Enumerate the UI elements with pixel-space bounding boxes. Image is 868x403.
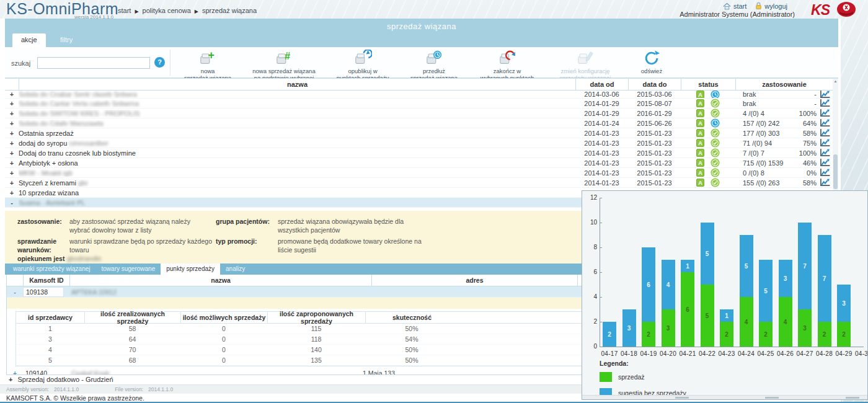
col-adres[interactable]: adres [371, 275, 577, 286]
tab-analizy[interactable]: analizy [220, 264, 250, 275]
breadcrumb-item[interactable]: sprzedaż wiązana [202, 7, 257, 14]
help-icon[interactable]: ? [154, 57, 165, 68]
end-in-selected-points-button[interactable]: zakończ w wybranych punktach [469, 48, 546, 81]
bar-segment: 1 [681, 260, 694, 272]
seller-row[interactable]: 470014050% [16, 345, 585, 355]
row-usage: 71 /(0) 94 [735, 140, 772, 147]
col-nazwa[interactable]: nazwa [19, 79, 575, 90]
home-link[interactable]: start [723, 2, 746, 10]
row-collapse-control[interactable]: - [7, 288, 23, 296]
seller-proposed: 115 [267, 325, 365, 332]
row-expander[interactable]: + [5, 179, 19, 187]
row-expander[interactable]: + [5, 149, 19, 157]
col-id-sprzedawcy[interactable]: id sprzedawcy [16, 312, 84, 323]
chart-scrollbar[interactable] [582, 395, 867, 399]
scroll-up-icon[interactable]: ▲ [833, 79, 838, 84]
row-expander[interactable]: + [5, 189, 19, 197]
row-name-redacted: cimrosantber [69, 140, 108, 147]
table-row[interactable]: +dodaj do syropu cimrosantber2014-01-232… [5, 138, 838, 148]
col-zrealizowane[interactable]: ilość zrealizowanych sprzedaży [84, 312, 180, 323]
col-data-od[interactable]: data od [575, 79, 628, 90]
seller-row[interactable]: 364011854% [16, 334, 585, 345]
button-label: przedłuż [399, 68, 469, 74]
legend-label: sprzedaż [618, 373, 645, 381]
y-tick-label: 10 [582, 219, 597, 226]
refresh-button[interactable]: odśwież [625, 48, 678, 74]
col-skutecznosc[interactable]: skuteczność [365, 312, 458, 323]
col-status[interactable]: status [681, 79, 735, 90]
row-expander[interactable]: + [9, 376, 12, 384]
col-nazwa[interactable]: nazwa [69, 275, 371, 286]
breadcrumb-item[interactable]: start [118, 7, 131, 14]
row-chart-icon[interactable] [818, 91, 831, 99]
status-ok-icon [711, 108, 720, 118]
status-pending-icon [711, 91, 720, 99]
row-date-from: 2014-01-29 [575, 100, 628, 107]
breadcrumb-item[interactable]: polityka cenowa [143, 7, 191, 14]
row-expander[interactable]: + [5, 169, 19, 177]
row-expander[interactable]: + [5, 91, 19, 98]
table-row[interactable]: +Antybiotyk + osłona2014-01-232015-01-23… [5, 158, 838, 168]
row-usage: 0 /(0) 8 [735, 169, 764, 177]
tab-towary-sugerowane[interactable]: towary sugerowane [96, 264, 161, 275]
row-expander[interactable]: - [5, 199, 19, 206]
bar-segment: 2 [759, 322, 773, 347]
y-tick-label: 6 [582, 268, 597, 275]
tab-warunki-sprzedazy-wiazanej[interactable]: warunki sprzedaży wiązanej [7, 264, 96, 275]
status-ok-icon [711, 178, 720, 187]
status-active-badge: A [696, 159, 704, 167]
row-expander[interactable]: + [5, 120, 19, 127]
row-expander[interactable]: + [5, 130, 19, 137]
row-expander[interactable]: + [5, 110, 19, 117]
row-chart-icon[interactable] [818, 178, 831, 187]
tab-akcje[interactable]: akcje [12, 33, 46, 47]
logout-link[interactable]: wyloguj [755, 2, 787, 10]
row-chart-icon[interactable] [818, 128, 831, 138]
table-row[interactable]: +Dodaj do tranu czosnek lub biostymine20… [5, 148, 838, 158]
next-bundled-sale-row[interactable]: + Sprzedaj dodatkowo - Grudzień [5, 376, 582, 384]
table-row[interactable]: +MKW - Mnakti igb2014-01-232015-01-23A0 … [5, 168, 838, 178]
row-expander[interactable]: + [5, 140, 19, 147]
y-tick-label: 2 [582, 318, 597, 325]
table-row[interactable]: +Sobda do SWITOW KRES - PROPOLIS2014-01-… [5, 108, 838, 118]
file-version-label: File version: [115, 386, 143, 392]
row-name-redacted: Sobda do SWITOW KRES - PROPOLIS [19, 110, 140, 117]
col-zastosowanie[interactable]: zastosowanie [735, 79, 833, 90]
row-expander[interactable]: + [5, 100, 19, 107]
row-chart-icon[interactable] [818, 148, 831, 157]
table-row[interactable]: +Ostatnia sprzedaż2014-01-232015-01-23A1… [5, 128, 838, 138]
search-input[interactable] [37, 57, 150, 69]
new-bundled-sale-from-selected-button[interactable]: # nowa sprzedaż wiązana na podstawie wyb… [242, 48, 326, 81]
col-zaproponowane[interactable]: ilość zaproponowanych sprzedaży [267, 312, 365, 323]
row-usage: 715 /(0) 1539 [735, 159, 783, 167]
row-chart-icon[interactable] [818, 168, 831, 177]
tab-punkty-sprzedazy[interactable]: punkty sprzedaży [161, 264, 220, 275]
pharmacy-emblem-logo [836, 1, 857, 20]
detail-value: warunki sprawdzane będą po sprzedaży każ… [69, 237, 224, 254]
seller-row[interactable]: 158011550% [16, 324, 585, 334]
extend-bundled-sale-button[interactable]: przedłuż sprzedaż wiązaną [399, 48, 469, 81]
table-row[interactable]: +Sobda do Cnabar Sentr cłaseb Snbwra2014… [5, 91, 838, 99]
change-configuration-button[interactable]: zmień konfigurację sprzedaży wiązanej [546, 48, 625, 81]
row-usage-percent: 58% [803, 179, 817, 187]
seller-row[interactable]: 568013550% [16, 355, 585, 366]
row-chart-icon[interactable] [818, 138, 831, 148]
x-tick-label: 04-24 [736, 350, 757, 357]
table-row[interactable]: +Sobda do Cdafe Warszawta2014-01-242015-… [5, 118, 838, 128]
publish-in-sale-points-button[interactable]: opublikuj w punktach sprzedaży [326, 48, 399, 81]
table-row[interactable]: +Styczeń z kremami gbr2014-01-232015-01-… [5, 178, 838, 188]
row-chart-icon[interactable] [818, 118, 831, 128]
new-bundled-sale-button[interactable]: + nowa sprzedaż wiązana [174, 48, 242, 81]
row-chart-icon[interactable] [818, 108, 831, 118]
row-expand-control[interactable]: + [7, 370, 23, 376]
button-label: opublikuj w [326, 68, 399, 74]
col-data-do[interactable]: data do [628, 79, 681, 90]
tab-filtry[interactable]: filtry [51, 33, 81, 47]
row-chart-icon[interactable] [818, 158, 831, 167]
col-kamsoft-id[interactable]: Kamsoft ID [23, 275, 69, 286]
row-chart-icon[interactable] [818, 99, 831, 108]
scrollbar-thumb[interactable] [833, 154, 838, 189]
table-row[interactable]: +Sobda do Cantar Verla cabeth Snbwrna201… [5, 99, 838, 108]
row-expander[interactable]: + [5, 159, 19, 167]
col-mozliwe[interactable]: ilość możliwych sprzedaży [180, 312, 267, 323]
